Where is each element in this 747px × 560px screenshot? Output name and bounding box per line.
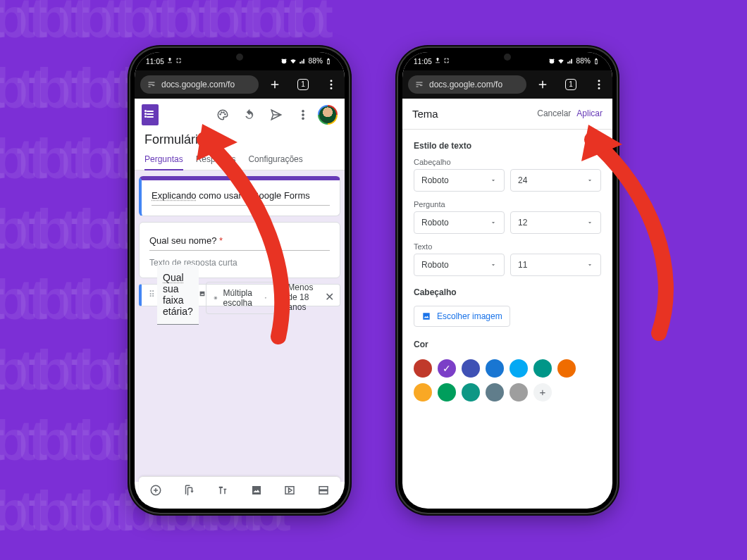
text-font-dropdown[interactable]: Roboto: [414, 254, 505, 276]
radio-icon: [214, 294, 218, 301]
forms-logo-icon: [142, 104, 159, 125]
option-row-1[interactable]: Menos de 18 anos ✕: [276, 275, 334, 315]
more-button[interactable]: [291, 103, 315, 127]
floating-toolbar: [139, 476, 340, 504]
required-asterisk: *: [219, 235, 223, 246]
theme-title: Tema: [412, 108, 438, 120]
question-type-dropdown[interactable]: Múltipla escolha: [206, 282, 276, 314]
add-image-button[interactable]: [245, 479, 268, 502]
tab-switcher-button[interactable]: 1: [559, 73, 583, 97]
alarm-icon: [280, 58, 288, 65]
header-section-label: Cabeçalho: [414, 285, 601, 303]
tab-count: 1: [297, 79, 309, 90]
question-card-2[interactable]: ⠿ Qual sua faixa etária? Múltipla escolh…: [139, 284, 340, 306]
url-text: docs.google.com/fo: [161, 80, 235, 89]
add-image-icon[interactable]: [199, 290, 206, 305]
color-section-label: Cor: [414, 337, 601, 355]
tab-count: 1: [565, 79, 576, 90]
send-button[interactable]: [264, 103, 288, 127]
battery-icon: [325, 58, 332, 65]
tab-switcher-button[interactable]: 1: [291, 73, 315, 97]
cancel-button[interactable]: Cancelar: [537, 108, 571, 118]
color-swatch[interactable]: [438, 383, 456, 402]
wifi-icon: [290, 58, 297, 65]
color-swatch[interactable]: [462, 359, 480, 378]
add-color-button[interactable]: +: [533, 383, 552, 402]
upload-icon: [434, 57, 441, 64]
chevron-down-icon: [490, 261, 497, 268]
color-swatch[interactable]: [414, 359, 432, 378]
svg-point-0: [220, 113, 221, 115]
camera-notch: [236, 54, 243, 61]
question-font-label: Pergunta: [414, 199, 601, 211]
drag-handle-icon[interactable]: ⠿: [149, 290, 157, 301]
color-swatch[interactable]: [462, 383, 480, 402]
tab-settings[interactable]: Configurações: [248, 150, 302, 170]
choose-image-button[interactable]: Escolher imagem: [414, 306, 510, 327]
header-font-dropdown[interactable]: Roboto: [414, 169, 505, 192]
svg-point-2: [223, 111, 225, 113]
color-swatch[interactable]: [486, 359, 504, 378]
chevron-down-icon: [490, 177, 497, 184]
question-font-dropdown[interactable]: Roboto: [414, 211, 505, 234]
image-icon: [421, 311, 431, 321]
apply-button[interactable]: Aplicar: [576, 108, 603, 118]
q1-title[interactable]: Qual seu nome?: [149, 235, 219, 246]
new-tab-button[interactable]: [263, 73, 287, 97]
signal-icon: [567, 58, 574, 65]
phone-screenshot-right: 11:05 88% docs.google.com/fo 1 Tema: [398, 48, 617, 513]
import-questions-button[interactable]: [178, 479, 200, 502]
url-bar[interactable]: docs.google.com/fo: [408, 75, 526, 94]
theme-header: Tema Cancelar Aplicar: [402, 99, 612, 130]
avatar[interactable]: [318, 105, 338, 125]
wifi-icon: [557, 58, 564, 65]
color-swatch[interactable]: [438, 359, 456, 378]
radio-outline-icon: [276, 292, 280, 302]
color-swatch[interactable]: [510, 359, 528, 378]
browser-menu-button[interactable]: [319, 73, 343, 97]
status-battery: 88%: [576, 57, 591, 65]
text-size-dropdown[interactable]: 11: [510, 254, 601, 276]
add-title-button[interactable]: [211, 479, 234, 502]
option-label[interactable]: Menos de 18 anos: [288, 282, 318, 312]
url-text: docs.google.com/fo: [429, 80, 502, 89]
form-title[interactable]: Formulári: [135, 131, 345, 150]
forms-header: [135, 99, 345, 131]
theme-palette-button[interactable]: [211, 103, 235, 127]
chevron-down-icon: [264, 294, 268, 301]
phone-screenshot-left: 11:05 88% docs.google.com/fo 1: [130, 48, 349, 513]
desc-word[interactable]: Explicando: [152, 190, 197, 201]
status-battery: 88%: [308, 57, 323, 65]
tune-icon: [415, 80, 424, 89]
text-font-label: Texto: [414, 241, 601, 254]
undo-button[interactable]: [237, 103, 261, 127]
color-swatch[interactable]: [533, 359, 552, 378]
color-swatch[interactable]: [414, 383, 432, 402]
add-section-button[interactable]: [312, 479, 335, 502]
remove-option-button[interactable]: ✕: [325, 292, 334, 303]
color-swatch[interactable]: [510, 383, 528, 402]
tab-questions[interactable]: Perguntas: [144, 150, 183, 170]
camera-notch: [504, 54, 511, 61]
color-swatch[interactable]: [486, 383, 504, 402]
color-swatch[interactable]: [557, 359, 576, 378]
new-tab-button[interactable]: [531, 73, 555, 97]
chevron-down-icon: [586, 219, 593, 226]
battery-icon: [593, 58, 600, 65]
form-body[interactable]: Explicando como usar o Google Forms Qual…: [135, 170, 345, 482]
header-size-dropdown[interactable]: 24: [510, 169, 601, 192]
question-size-dropdown[interactable]: 12: [510, 211, 601, 234]
url-bar[interactable]: docs.google.com/fo: [140, 75, 259, 94]
tab-answers[interactable]: Respostas: [196, 150, 236, 170]
browser-toolbar: docs.google.com/fo 1: [402, 70, 612, 99]
browser-menu-button[interactable]: [587, 73, 611, 97]
theme-body[interactable]: Estilo de texto Cabeçalho Roboto 24 Perg…: [402, 130, 612, 509]
add-video-button[interactable]: [278, 479, 301, 502]
form-description-card[interactable]: Explicando como usar o Google Forms: [139, 176, 340, 216]
add-question-button[interactable]: [144, 479, 167, 502]
svg-point-1: [221, 111, 223, 113]
question-type-label: Múltipla escolha: [223, 288, 259, 308]
q2-title-input[interactable]: Qual sua faixa etária?: [157, 265, 199, 325]
screenshot-icon: [443, 57, 450, 64]
text-style-section: Estilo de texto: [414, 138, 601, 156]
